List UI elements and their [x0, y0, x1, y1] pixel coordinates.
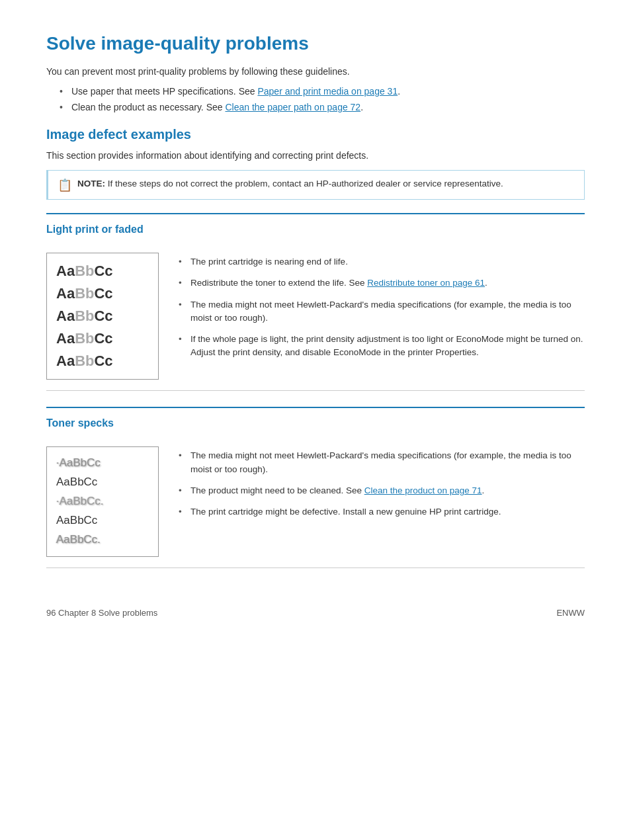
intro-bullets: Use paper that meets HP specifications. … — [46, 86, 585, 112]
sample-line-5: AaBbCc — [56, 350, 149, 372]
light-print-image: AaBbCc AaBbCc AaBbCc AaBbCc AaBbCc — [46, 253, 159, 380]
bullet-clean-text: Clean the product as necessary. See — [71, 102, 225, 112]
footer-right: ENWW — [556, 608, 585, 618]
lp-bullet-2: Redistribute the toner to extend the lif… — [179, 276, 585, 290]
clean-product-link[interactable]: Clean the product on page 71 — [364, 485, 482, 495]
bullet-paper-text: Use paper that meets HP specifications. … — [71, 86, 257, 97]
ts-bullet-3: The print cartridge might be defective. … — [179, 505, 585, 519]
note-label: NOTE: — [77, 179, 105, 189]
sample-line-1: AaBbCc — [56, 260, 149, 282]
ts-bullet-1: The media might not meet Hewlett-Packard… — [179, 449, 585, 476]
light-print-header: Light print or faded — [46, 224, 585, 253]
note-box: 📋 NOTE: If these steps do not correct th… — [46, 170, 585, 200]
sample-line-2: AaBbCc — [56, 282, 149, 305]
page-title: Solve image-quality problems — [46, 33, 585, 54]
redistribute-toner-link[interactable]: Redistribute toner on page 61 — [367, 278, 485, 288]
toner-specks-title: Toner specks — [46, 417, 585, 429]
section-intro: This section provides information about … — [46, 150, 585, 161]
toner-specks-row: ·AaBbCc AaBbCc ·AaBbCc. AaBbCc AaBbCc. T… — [46, 446, 585, 567]
ts-line-5: AaBbCc. — [56, 530, 149, 550]
lp-bullet-4: If the whole page is light, the print de… — [179, 333, 585, 360]
light-print-bullets: The print cartridge is nearing end of li… — [179, 253, 585, 368]
ts-line-4: AaBbCc — [56, 511, 149, 530]
page-footer: 96 Chapter 8 Solve problems ENWW — [46, 608, 585, 618]
bullet-paper: Use paper that meets HP specifications. … — [60, 86, 585, 97]
note-icon: 📋 — [58, 178, 72, 192]
note-text: NOTE: If these steps do not correct the … — [77, 177, 503, 190]
light-print-section: Light print or faded AaBbCc AaBbCc AaBbC… — [46, 224, 585, 391]
toner-specks-header: Toner specks — [46, 417, 585, 446]
light-print-title: Light print or faded — [46, 224, 585, 235]
toner-specks-divider-top — [46, 407, 585, 408]
bullet-clean: Clean the product as necessary. See Clea… — [60, 102, 585, 112]
clean-paper-path-link[interactable]: Clean the paper path on page 72 — [225, 102, 360, 112]
sample-line-4: AaBbCc — [56, 327, 149, 350]
lp-bullet-3: The media might not meet Hewlett-Packard… — [179, 298, 585, 325]
ts-bullet-2: The product might need to be cleaned. Se… — [179, 484, 585, 497]
light-print-row: AaBbCc AaBbCc AaBbCc AaBbCc AaBbCc The p… — [46, 253, 585, 390]
ts-line-3: ·AaBbCc. — [56, 492, 149, 511]
sample-line-3: AaBbCc — [56, 305, 149, 327]
footer-left: 96 Chapter 8 Solve problems — [46, 608, 157, 618]
light-print-divider-top — [46, 213, 585, 214]
intro-paragraph: You can prevent most print-quality probl… — [46, 66, 585, 77]
ts-line-1: ·AaBbCc — [56, 454, 149, 473]
note-content: If these steps do not correct the proble… — [108, 179, 503, 189]
toner-specks-bullets: The media might not meet Hewlett-Packard… — [179, 446, 585, 526]
ts-line-2: AaBbCc — [56, 473, 149, 492]
lp-bullet-1: The print cartridge is nearing end of li… — [179, 255, 585, 269]
section-title: Image defect examples — [46, 127, 585, 142]
paper-media-link[interactable]: Paper and print media on page 31 — [257, 86, 398, 97]
toner-specks-section: Toner specks ·AaBbCc AaBbCc ·AaBbCc. AaB… — [46, 417, 585, 567]
toner-specks-image: ·AaBbCc AaBbCc ·AaBbCc. AaBbCc AaBbCc. — [46, 446, 159, 556]
